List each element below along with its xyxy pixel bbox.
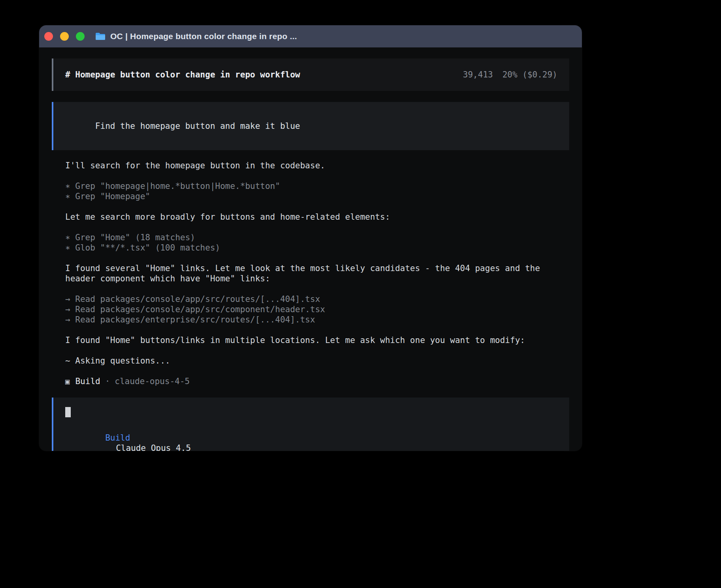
- assistant-line: I found "Home" buttons/links in multiple…: [65, 335, 569, 345]
- input-meta: Build Claude Opus 4.5 OpenCode Zen: [65, 422, 557, 451]
- conversation: I'll search for the homepage button in t…: [52, 160, 569, 386]
- model-name-label[interactable]: Claude Opus 4.5: [116, 443, 191, 451]
- terminal-content: # Homepage button color change in repo w…: [39, 47, 582, 451]
- assistant-status: ~ Asking questions...: [65, 356, 569, 366]
- user-message: Find the homepage button and make it blu…: [52, 102, 569, 150]
- terminal-window: OC | Homepage button color change in rep…: [39, 25, 582, 451]
- user-message-text: Find the homepage button and make it blu…: [95, 121, 300, 131]
- token-count: 39,413: [463, 70, 493, 80]
- window-controls: [44, 32, 85, 41]
- assistant-message: I found "Home" buttons/links in multiple…: [65, 335, 569, 345]
- agent-separator: ·: [105, 376, 110, 386]
- tool-call-group: → Read packages/console/app/src/routes/[…: [65, 294, 569, 325]
- assistant-line: header component which have "Home" links…: [65, 273, 569, 284]
- tool-call-line: → Read packages/console/app/src/routes/[…: [65, 294, 569, 304]
- tool-call-group: ∗ Grep "homepage|home.*button|Home.*butt…: [65, 181, 569, 202]
- prompt-input[interactable]: Build Claude Opus 4.5 OpenCode Zen: [52, 398, 569, 451]
- assistant-line: I'll search for the homepage button in t…: [65, 160, 569, 171]
- minimize-window-button[interactable]: [60, 32, 69, 41]
- assistant-message: I found several "Home" links. Let me loo…: [65, 263, 569, 284]
- window-title: OC | Homepage button color change in rep…: [110, 32, 297, 41]
- tool-call-line: ∗ Glob "**/*.tsx" (100 matches): [65, 243, 569, 253]
- agent-model: claude-opus-4-5: [115, 376, 190, 386]
- session-title: # Homepage button color change in repo w…: [65, 70, 300, 80]
- assistant-line: I found several "Home" links. Let me loo…: [65, 263, 569, 273]
- agent-name: Build: [75, 376, 100, 386]
- tool-call-line: → Read packages/enterprise/src/routes/[.…: [65, 315, 569, 325]
- context-usage: 20% ($0.29): [502, 70, 557, 80]
- assistant-message: Let me search more broadly for buttons a…: [65, 212, 569, 222]
- agent-mode-label[interactable]: Build: [105, 433, 130, 443]
- close-window-button[interactable]: [44, 32, 53, 41]
- tool-call-line: ∗ Grep "Home" (18 matches): [65, 232, 569, 243]
- assistant-line: Let me search more broadly for buttons a…: [65, 212, 569, 222]
- session-stats: 39,413 20% ($0.29): [463, 70, 557, 80]
- tool-call-line: ∗ Grep "homepage|home.*button|Home.*butt…: [65, 181, 569, 191]
- tool-call-line: → Read packages/console/app/src/componen…: [65, 304, 569, 315]
- tool-call-group: ∗ Grep "Home" (18 matches) ∗ Glob "**/*.…: [65, 232, 569, 253]
- tool-call-line: ∗ Grep "Homepage": [65, 191, 569, 202]
- agent-status-line: ▣ Build · claude-opus-4-5: [65, 376, 569, 386]
- titlebar[interactable]: OC | Homepage button color change in rep…: [39, 25, 582, 47]
- agent-icon: ▣: [65, 376, 70, 386]
- assistant-message: I'll search for the homepage button in t…: [65, 160, 569, 171]
- text-cursor: [65, 407, 71, 417]
- zoom-window-button[interactable]: [76, 32, 85, 41]
- asking-questions-line: ~ Asking questions...: [65, 356, 569, 366]
- session-header: # Homepage button color change in repo w…: [52, 58, 569, 91]
- folder-icon: [95, 32, 106, 41]
